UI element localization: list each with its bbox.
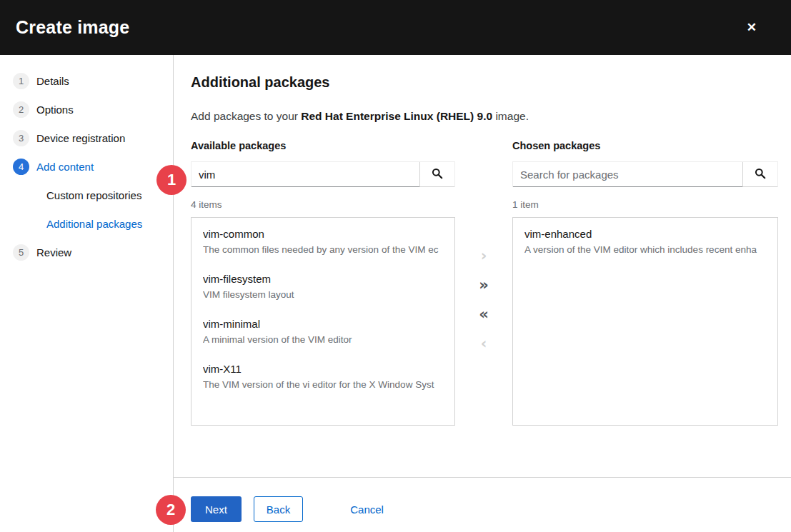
available-items-count: 4 items [191,199,455,210]
wizard-footer: Next Back Cancel [174,477,791,532]
step-number-badge: 3 [13,130,29,146]
cancel-button[interactable]: Cancel [350,496,384,522]
next-button[interactable]: Next [191,496,242,522]
substep-custom-repositories[interactable]: Custom repositories [0,181,173,209]
add-all-icon[interactable]: » [474,276,493,294]
package-name: vim-filesystem [203,271,443,286]
available-search-input[interactable] [191,162,419,187]
chosen-packages-list: vim-enhanced A version of the VIM editor… [512,217,778,426]
package-description: The VIM version of the vi editor for the… [203,378,443,391]
chosen-search-input[interactable] [513,162,742,187]
package-description: A version of the VIM editor which includ… [524,243,766,256]
back-button[interactable]: Back [254,496,303,522]
dual-list-selector: Available packages 4 items [191,140,778,426]
available-search-button[interactable] [419,162,454,187]
chosen-packages-label: Chosen packages [512,140,778,151]
list-item[interactable]: vim-filesystem VIM filesystem layout [191,263,454,308]
search-icon [755,168,766,181]
chosen-packages-column: Chosen packages 1 item [512,140,778,426]
substep-label: Custom repositories [46,189,141,201]
package-description: The common files needed by any version o… [203,243,443,256]
step-device-registration[interactable]: 3 Device registration [0,124,173,152]
step-number-badge: 5 [13,244,29,261]
step-label: Device registration [36,132,125,144]
substep-additional-packages[interactable]: Additional packages [0,209,173,238]
step-label: Details [36,75,69,87]
list-item[interactable]: vim-X11 The VIM version of the vi editor… [191,353,454,398]
step-add-content[interactable]: 4 Add content [0,152,173,181]
list-item[interactable]: vim-common The common files needed by an… [191,218,454,263]
search-icon [432,168,443,181]
modal-title: Create image [16,17,129,38]
add-selected-icon[interactable]: › [477,247,492,265]
package-name: vim-X11 [203,361,443,376]
available-packages-column: Available packages 4 items [191,140,455,426]
page-subtitle: Add packages to your Red Hat Enterprise … [191,110,778,123]
remove-all-icon[interactable]: « [474,306,493,323]
list-item[interactable]: vim-enhanced A version of the VIM editor… [513,218,777,263]
step-label: Options [36,104,74,116]
list-item[interactable]: vim-minimal A minimal version of the VIM… [191,308,454,353]
package-name: vim-minimal [203,316,443,331]
step-number-badge: 2 [13,101,29,118]
available-packages-list: vim-common The common files needed by an… [191,217,455,426]
available-search-group [191,161,455,187]
subtitle-suffix: image. [492,110,529,122]
close-icon[interactable]: ✕ [744,19,760,36]
step-number-badge: 1 [13,73,29,89]
wizard-nav: 1 Details 2 Options 3 Device registratio… [0,55,174,532]
package-description: VIM filesystem layout [203,288,443,301]
step-label: Review [36,246,71,259]
available-packages-label: Available packages [191,140,455,151]
package-description: A minimal version of the VIM editor [203,333,443,346]
chosen-items-count: 1 item [512,199,778,210]
wizard-body: 1 Details 2 Options 3 Device registratio… [0,55,791,532]
wizard-main: Additional packages Add packages to your… [174,55,791,532]
step-options[interactable]: 2 Options [0,95,173,124]
step-number-badge: 4 [13,159,29,175]
annotation-badge-2: 2 [156,495,186,525]
annotation-badge-1: 1 [156,165,186,195]
transfer-controls: › » « ‹ [455,140,512,426]
remove-selected-icon[interactable]: ‹ [477,335,492,353]
step-label: Add content [36,161,94,173]
subtitle-release-name: Red Hat Enterprise Linux (RHEL) 9.0 [301,110,492,122]
modal-header: Create image ✕ [0,0,791,55]
chosen-search-group [512,161,778,187]
page-title: Additional packages [191,74,778,91]
package-name: vim-common [203,226,443,241]
step-review[interactable]: 5 Review [0,238,173,266]
step-details[interactable]: 1 Details [0,66,173,95]
subtitle-prefix: Add packages to your [191,110,301,122]
substep-label: Additional packages [46,218,142,230]
chosen-search-button[interactable] [742,162,777,187]
package-name: vim-enhanced [524,226,766,241]
